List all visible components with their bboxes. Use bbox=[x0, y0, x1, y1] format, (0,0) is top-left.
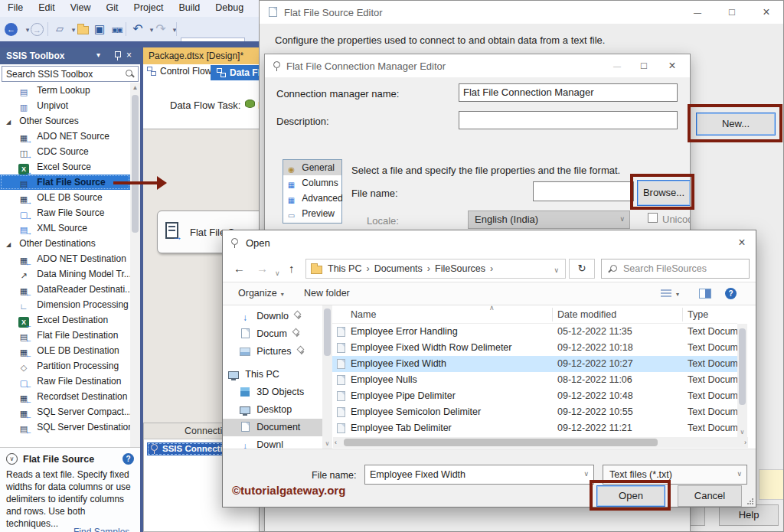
scroll-left-icon[interactable] bbox=[335, 437, 337, 448]
column-separator[interactable] bbox=[552, 308, 553, 321]
open-file-icon[interactable] bbox=[75, 24, 90, 39]
close-icon[interactable] bbox=[661, 54, 684, 77]
file-row[interactable]: Employee Fixed Width 09-12-2022 10:27 Te… bbox=[332, 356, 737, 372]
new-file-icon[interactable] bbox=[52, 21, 67, 37]
dialog-titlebar[interactable]: Open bbox=[223, 230, 756, 255]
toolbox-item[interactable]: ▢→ Raw File Source bbox=[0, 205, 130, 220]
navigate-forward-icon[interactable] bbox=[31, 23, 44, 36]
page-item[interactable]: ▦ Advanced bbox=[283, 191, 341, 206]
scroll-down-icon[interactable]: ∨ bbox=[737, 427, 747, 437]
toolbox-item[interactable]: ◫→ CDC Source bbox=[0, 144, 130, 159]
toolbox-item[interactable]: ▦→ ADO NET Source bbox=[0, 129, 130, 144]
tab-control-flow[interactable]: Control Flow bbox=[147, 66, 211, 77]
file-row[interactable]: Employee Fixed Width Row Delimeter 09-12… bbox=[332, 340, 737, 356]
page-item[interactable]: ◉ General bbox=[283, 160, 341, 175]
file-row[interactable]: Employee Semicolon Delimiter 09-12-2022 … bbox=[332, 404, 737, 420]
file-list-scrollbar[interactable]: ∨ bbox=[737, 324, 747, 437]
toolbox-item[interactable]: ▤→ XML Source bbox=[0, 220, 130, 236]
toolbox-search-input[interactable]: Search SSIS Toolbox bbox=[2, 66, 139, 82]
toolbox-item[interactable]: X← Excel Destination bbox=[0, 312, 130, 328]
file-name-combo[interactable]: Employee Fixed Width bbox=[364, 465, 594, 485]
toolbox-item[interactable]: ▤← Flat File Destination bbox=[0, 328, 130, 343]
save-all-icon[interactable] bbox=[109, 21, 124, 37]
breadcrumb-item[interactable]: Documents bbox=[374, 263, 433, 274]
menu-item[interactable]: Build bbox=[171, 0, 207, 15]
unicode-checkbox[interactable] bbox=[648, 213, 658, 223]
breadcrumb-item[interactable]: FileSources bbox=[435, 263, 496, 274]
maximize-icon[interactable] bbox=[720, 1, 743, 24]
help-button[interactable]: Help bbox=[719, 504, 779, 526]
address-chevron-icon[interactable] bbox=[554, 266, 559, 274]
column-type[interactable]: Type bbox=[688, 309, 708, 320]
scroll-thumb[interactable] bbox=[344, 439, 658, 446]
toolbox-scrollbar[interactable]: ▲ ▼ bbox=[130, 83, 140, 491]
back-icon[interactable] bbox=[234, 262, 245, 275]
toolbox-item[interactable]: ▤ Term Lookup bbox=[0, 83, 130, 98]
toolbox-item[interactable]: ▤→ Flat File Source bbox=[0, 175, 130, 190]
new-folder-button[interactable]: New folder bbox=[304, 288, 350, 299]
file-row[interactable]: Employee Error Handling 05-12-2022 11:35… bbox=[332, 324, 737, 340]
up-icon[interactable] bbox=[289, 262, 295, 275]
menu-item[interactable]: View bbox=[63, 0, 99, 15]
toolbox-item[interactable]: ▦← ADO NET Destination bbox=[0, 251, 130, 266]
scroll-right-icon[interactable] bbox=[744, 437, 746, 448]
help-icon[interactable] bbox=[725, 288, 737, 299]
toolbox-item[interactable]: ▦← Recordset Destination bbox=[0, 389, 130, 404]
scroll-thumb[interactable] bbox=[739, 328, 746, 405]
toolbox-item[interactable]: ▥ Unpivot bbox=[0, 98, 130, 113]
sidebar-item[interactable]: ↓ Downlo bbox=[223, 308, 322, 325]
page-item[interactable]: ▦ Columns bbox=[283, 175, 341, 191]
menu-item[interactable]: Git bbox=[99, 0, 126, 15]
save-icon[interactable] bbox=[92, 21, 107, 37]
scroll-up-icon[interactable]: ▲ bbox=[130, 83, 140, 93]
toolbox-item[interactable]: ▢← Raw File Destination bbox=[0, 374, 130, 389]
refresh-icon[interactable] bbox=[569, 259, 595, 279]
toolbox-item[interactable]: ∟ Dimension Processing bbox=[0, 297, 130, 312]
column-name[interactable]: Name bbox=[351, 309, 376, 320]
toolbox-item[interactable]: ◇ Partition Processing bbox=[0, 358, 130, 374]
sidebar-item[interactable]: Document bbox=[223, 419, 322, 436]
collapse-chevron-icon[interactable] bbox=[6, 453, 18, 465]
preview-pane-icon[interactable] bbox=[699, 289, 711, 299]
menu-item[interactable]: Project bbox=[126, 0, 172, 15]
sidebar-item[interactable]: Docum bbox=[223, 325, 322, 343]
locale-dropdown[interactable]: English (India) bbox=[468, 211, 630, 229]
column-date-modified[interactable]: Date modified bbox=[557, 309, 616, 320]
search-input[interactable]: Search FileSources bbox=[601, 259, 750, 279]
view-dropdown-icon[interactable] bbox=[676, 291, 679, 298]
description-input[interactable] bbox=[459, 111, 678, 129]
close-icon[interactable] bbox=[728, 230, 756, 255]
toolbox-item[interactable]: ↗ Data Mining Model Tr... bbox=[0, 266, 130, 282]
pin-icon[interactable] bbox=[113, 51, 121, 60]
navigate-back-icon[interactable] bbox=[5, 23, 18, 36]
column-separator[interactable] bbox=[682, 308, 683, 321]
help-icon[interactable] bbox=[122, 453, 134, 465]
organize-button[interactable]: Organize bbox=[238, 288, 284, 299]
view-list-icon[interactable] bbox=[661, 289, 671, 299]
chevron-down-icon[interactable] bbox=[96, 51, 100, 59]
undo-icon[interactable] bbox=[130, 21, 145, 37]
toolbox-item[interactable]: ▦→ OLE DB Source bbox=[0, 190, 130, 205]
scroll-thumb[interactable] bbox=[132, 95, 139, 233]
resize-grip[interactable] bbox=[747, 498, 753, 504]
close-icon[interactable] bbox=[126, 50, 132, 60]
find-samples-link[interactable]: Find Samples bbox=[74, 527, 129, 532]
maximize-icon[interactable] bbox=[632, 54, 655, 77]
sidebar-item[interactable]: Pictures bbox=[223, 343, 322, 361]
sidebar-item[interactable]: Desktop bbox=[223, 401, 322, 419]
horizontal-scrollbar[interactable] bbox=[333, 437, 748, 448]
toolbox-item[interactable]: X→ Excel Source bbox=[0, 159, 130, 175]
sidebar-item[interactable]: 3D Objects bbox=[223, 383, 322, 401]
file-row[interactable]: Employee Pipe Delimiter 09-12-2022 10:48… bbox=[332, 388, 737, 404]
close-icon[interactable] bbox=[755, 1, 778, 24]
file-row[interactable]: Employee Nulls 08-12-2022 11:06 Text Doc… bbox=[332, 372, 737, 388]
history-chevron-icon[interactable] bbox=[275, 265, 280, 278]
scroll-down-icon[interactable]: ∨ bbox=[322, 439, 332, 449]
toolbox-item[interactable]: ▤← SQL Server Destination bbox=[0, 419, 130, 435]
sidebar-scrollbar[interactable]: ∨ bbox=[322, 305, 332, 449]
redo-dropdown-icon[interactable] bbox=[167, 21, 182, 37]
toolbox-item[interactable]: ▦← SQL Server Compact... bbox=[0, 404, 130, 419]
menu-item[interactable]: File bbox=[0, 0, 31, 15]
scroll-thumb[interactable] bbox=[324, 308, 331, 356]
cancel-button[interactable]: Cancel bbox=[678, 485, 742, 507]
